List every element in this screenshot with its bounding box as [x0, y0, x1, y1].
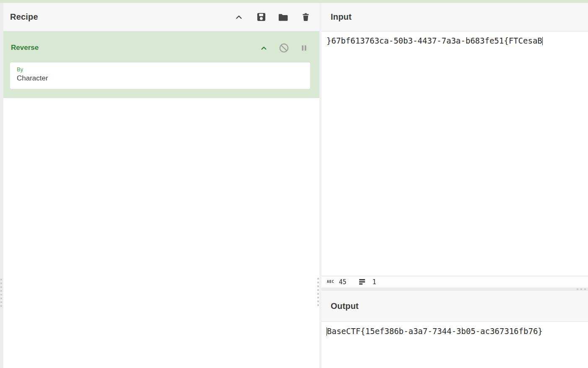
- floppy-disk-icon: [256, 12, 267, 22]
- input-output-splitter[interactable]: [321, 288, 588, 291]
- input-textarea[interactable]: }67bf613763ca-50b3-4437-7a3a-b683fe51{FT…: [321, 31, 588, 276]
- recipe-title: Recipe: [10, 12, 38, 22]
- top-banner-edge: [0, 0, 588, 3]
- io-pane: Input }67bf613763ca-50b3-4437-7a3a-b683f…: [321, 3, 588, 368]
- text-caret: [542, 37, 543, 45]
- clear-recipe-button[interactable]: [300, 12, 311, 23]
- recipe-pane: Recipe: [3, 3, 319, 368]
- input-header: Input: [321, 3, 588, 31]
- input-counter-bar: ABC 45 1: [321, 276, 588, 288]
- argument-label: By: [17, 66, 304, 73]
- character-count: 45: [339, 278, 346, 286]
- chevron-up-icon: [234, 13, 243, 22]
- input-text: }67bf613763ca-50b3-4437-7a3a-b683fe51{FT…: [326, 36, 542, 45]
- output-title: Output: [331, 301, 359, 311]
- operations-pane-splitter[interactable]: [0, 3, 3, 368]
- breakpoint-pause-icon[interactable]: [298, 42, 309, 53]
- trash-icon: [301, 12, 311, 22]
- collapse-operation-button[interactable]: [258, 42, 269, 53]
- circle-slash-icon: [279, 43, 289, 53]
- recipe-header: Recipe: [3, 3, 319, 31]
- splitter-drag-handle[interactable]: [317, 278, 319, 308]
- output-textarea[interactable]: BaseCTF{15ef386b-a3a7-7344-3b05-ac367316…: [321, 322, 588, 368]
- disable-operation-button[interactable]: [278, 42, 289, 53]
- folder-icon: [278, 12, 289, 23]
- character-count-icon: ABC: [327, 280, 334, 284]
- operation-header: Reverse: [3, 37, 319, 58]
- output-header: Output: [321, 291, 588, 322]
- splitter-drag-handle[interactable]: [577, 288, 588, 290]
- load-recipe-button[interactable]: [278, 12, 289, 23]
- splitter-drag-handle[interactable]: [0, 279, 2, 309]
- input-title: Input: [331, 12, 352, 22]
- operation-reverse[interactable]: Reverse By Character: [3, 31, 319, 98]
- line-count: 1: [373, 278, 376, 286]
- argument-value: Character: [17, 73, 304, 83]
- output-text: BaseCTF{15ef386b-a3a7-7344-3b05-ac367316…: [327, 327, 543, 336]
- operation-name: Reverse: [11, 44, 39, 52]
- line-count-icon: [359, 279, 365, 285]
- collapse-recipe-button[interactable]: [233, 12, 244, 23]
- save-recipe-button[interactable]: [256, 12, 267, 23]
- reverse-by-select[interactable]: By Character: [10, 62, 310, 89]
- chevron-up-icon: [260, 44, 268, 52]
